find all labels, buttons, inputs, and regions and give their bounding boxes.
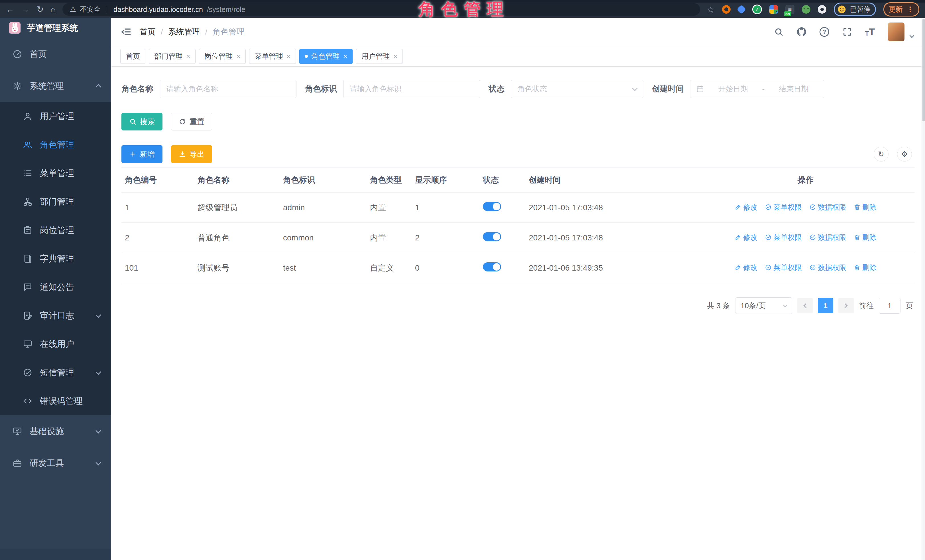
sidebar-item-audit-log[interactable]: 审计日志 bbox=[0, 301, 111, 330]
edit-link[interactable]: 修改 bbox=[735, 263, 758, 272]
search-icon[interactable] bbox=[774, 27, 783, 37]
next-page-button[interactable] bbox=[838, 298, 854, 313]
sidebar-item-user-management[interactable]: 用户管理 bbox=[0, 102, 111, 131]
extension-blue-gem-icon[interactable] bbox=[737, 5, 746, 14]
browser-back-icon[interactable]: ← bbox=[6, 5, 14, 14]
sidebar-item-label: 菜单管理 bbox=[40, 168, 74, 179]
sidebar-fold-icon[interactable] bbox=[120, 26, 132, 38]
status-toggle-on[interactable] bbox=[483, 202, 501, 211]
close-icon[interactable]: × bbox=[236, 53, 240, 60]
column-settings-button[interactable]: ⚙ bbox=[897, 147, 912, 162]
sidebar-item-system-management[interactable]: 系统管理 bbox=[0, 70, 111, 102]
extension-green-check-icon[interactable]: ✓ bbox=[752, 5, 762, 14]
refresh-table-button[interactable]: ↻ bbox=[874, 147, 889, 162]
window-scrollbar[interactable] bbox=[922, 18, 925, 560]
extension-orange-icon[interactable] bbox=[722, 5, 731, 14]
breadcrumb-separator: / bbox=[205, 27, 208, 36]
profile-paused-label: 已暂停 bbox=[850, 5, 871, 14]
sidebar-item-error-code-management[interactable]: 错误码管理 bbox=[0, 387, 111, 415]
tab-role-management[interactable]: 角色管理× bbox=[299, 49, 353, 64]
extension-monkey-icon[interactable] bbox=[802, 5, 811, 14]
search-button[interactable]: 搜索 bbox=[121, 113, 163, 131]
sidebar-item-dev-tools[interactable]: 研发工具 bbox=[0, 447, 111, 479]
data-permission-link[interactable]: 数据权限 bbox=[809, 203, 846, 212]
page-size-select[interactable]: 10条/页 bbox=[735, 297, 792, 314]
breadcrumb-home[interactable]: 首页 bbox=[140, 27, 156, 37]
add-button[interactable]: 新增 bbox=[121, 145, 163, 163]
browser-forward-icon[interactable]: → bbox=[21, 5, 30, 14]
tab-home[interactable]: 首页 bbox=[120, 49, 145, 64]
date-range-picker[interactable]: 开始日期 - 结束日期 bbox=[690, 80, 824, 98]
close-icon[interactable]: × bbox=[286, 53, 291, 60]
tab-position-management[interactable]: 岗位管理× bbox=[199, 49, 246, 64]
bookmark-star-icon[interactable]: ☆ bbox=[707, 5, 715, 15]
extension-list-icon[interactable]: ≡on bbox=[785, 5, 794, 14]
menu-permission-link[interactable]: 菜单权限 bbox=[765, 233, 802, 242]
sidebar-item-notice-announcement[interactable]: 通知公告 bbox=[0, 273, 111, 301]
role-key-input[interactable] bbox=[343, 80, 480, 98]
delete-link[interactable]: 删除 bbox=[854, 203, 877, 212]
scrollbar-thumb[interactable] bbox=[922, 19, 925, 122]
browser-profile-chip[interactable]: 已暂停 bbox=[834, 3, 876, 16]
sidebar-item-menu-management[interactable]: 菜单管理 bbox=[0, 159, 111, 188]
edit-link[interactable]: 修改 bbox=[735, 203, 758, 212]
filter-label: 角色标识 bbox=[305, 84, 337, 94]
sidebar-item-position-management[interactable]: 岗位管理 bbox=[0, 216, 111, 245]
close-icon[interactable]: × bbox=[186, 53, 190, 60]
sidebar-item-label: 通知公告 bbox=[40, 281, 74, 293]
sidebar-item-label: 岗位管理 bbox=[40, 224, 74, 236]
sidebar-item-role-management[interactable]: 角色管理 bbox=[0, 131, 111, 159]
page-number-1[interactable]: 1 bbox=[818, 298, 833, 313]
brand[interactable]: 芋道管理系统 bbox=[0, 18, 111, 38]
sidebar-item-online-users[interactable]: 在线用户 bbox=[0, 330, 111, 358]
user-avatar[interactable] bbox=[888, 23, 904, 41]
extension-palette-icon[interactable] bbox=[769, 5, 778, 14]
sidebar-collapse-bar[interactable] bbox=[0, 549, 111, 560]
document-edit-icon bbox=[23, 311, 33, 320]
role-name-input[interactable] bbox=[160, 80, 297, 98]
browser-update-button[interactable]: 更新 ⋮ bbox=[883, 2, 919, 17]
start-date-placeholder[interactable]: 开始日期 bbox=[709, 84, 758, 94]
sidebar-item-sms-management[interactable]: 短信管理 bbox=[0, 358, 111, 387]
status-select[interactable]: 角色状态 bbox=[511, 80, 643, 98]
kebab-menu-icon[interactable]: ⋮ bbox=[907, 5, 914, 14]
delete-link[interactable]: 删除 bbox=[854, 233, 877, 242]
reset-button[interactable]: 重置 bbox=[171, 113, 212, 131]
tab-department-management[interactable]: 部门管理× bbox=[149, 49, 196, 64]
goto-page-input[interactable] bbox=[879, 298, 901, 314]
browser-home-icon[interactable]: ⌂ bbox=[50, 5, 56, 14]
data-permission-link[interactable]: 数据权限 bbox=[809, 263, 846, 272]
tab-user-management[interactable]: 用户管理× bbox=[356, 49, 403, 64]
menu-permission-link[interactable]: 菜单权限 bbox=[765, 263, 802, 272]
help-icon[interactable]: ? bbox=[820, 27, 829, 37]
browser-reload-icon[interactable]: ↻ bbox=[36, 5, 44, 14]
status-toggle-on[interactable] bbox=[483, 262, 501, 272]
end-date-placeholder[interactable]: 结束日期 bbox=[769, 84, 818, 94]
warning-icon: ⚠ bbox=[70, 5, 76, 14]
extension-paw-icon[interactable] bbox=[818, 5, 826, 14]
url-bar[interactable]: ⚠ 不安全 dashboard.yudao.iocoder.cn/system/… bbox=[62, 3, 700, 16]
fullscreen-icon[interactable] bbox=[842, 27, 852, 37]
data-permission-link[interactable]: 数据权限 bbox=[809, 233, 846, 242]
github-icon[interactable] bbox=[797, 27, 806, 37]
tab-menu-management[interactable]: 菜单管理× bbox=[249, 49, 296, 64]
avatar-caret-icon[interactable] bbox=[910, 33, 914, 38]
close-icon[interactable]: × bbox=[393, 53, 397, 60]
close-icon[interactable]: × bbox=[343, 53, 347, 60]
breadcrumb-system-management[interactable]: 系统管理 bbox=[168, 27, 200, 37]
code-icon bbox=[23, 396, 33, 406]
export-button[interactable]: 导出 bbox=[171, 145, 212, 163]
security-label[interactable]: 不安全 bbox=[80, 5, 101, 14]
prev-page-button[interactable] bbox=[797, 298, 813, 313]
menu-permission-link[interactable]: 菜单权限 bbox=[765, 203, 802, 212]
sidebar-item-department-management[interactable]: 部门管理 bbox=[0, 188, 111, 216]
sidebar-item-infrastructure[interactable]: 基础设施 bbox=[0, 415, 111, 447]
status-toggle-on[interactable] bbox=[483, 232, 501, 241]
sidebar-item-home[interactable]: 首页 bbox=[0, 38, 111, 70]
sidebar-item-dictionary-management[interactable]: 字典管理 bbox=[0, 245, 111, 273]
briefcase-icon bbox=[12, 458, 22, 468]
delete-link[interactable]: 删除 bbox=[854, 263, 877, 272]
sidebar-item-label: 研发工具 bbox=[30, 458, 64, 469]
edit-link[interactable]: 修改 bbox=[735, 233, 758, 242]
font-size-icon[interactable]: TT bbox=[865, 26, 875, 37]
